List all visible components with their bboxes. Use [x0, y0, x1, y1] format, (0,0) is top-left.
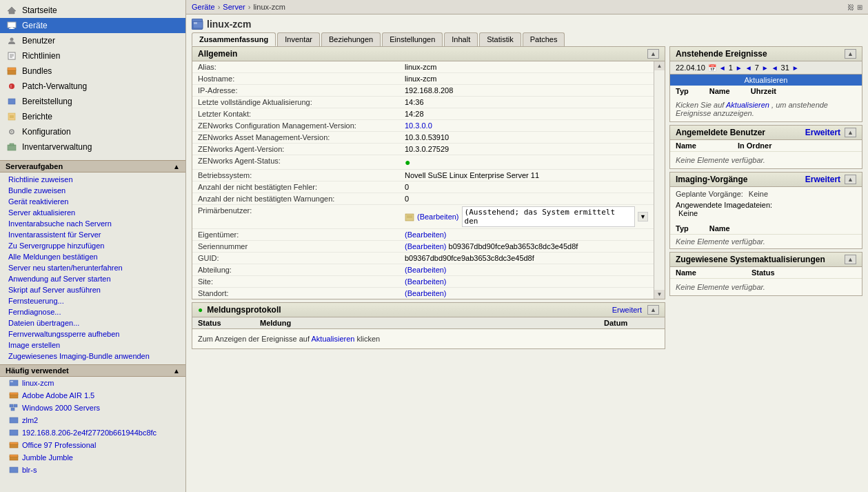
tab-zusammenfassung[interactable]: Zusammenfassung [192, 32, 276, 46]
haeufig-collapse[interactable]: ▲ [173, 367, 180, 375]
value-eigentuemer: (Bearbeiten) [405, 230, 648, 239]
frequently-item-6[interactable]: Jumble Jumble [0, 451, 185, 464]
events-aktualisieren-link[interactable]: Aktualisieren [726, 101, 769, 109]
sidebar-item-bundles[interactable]: Bundles [0, 63, 185, 79]
aktualisieren-button[interactable]: Aktualisieren [670, 75, 862, 86]
scroll-down-btn[interactable]: ▼ [654, 290, 665, 299]
meldungsprotokoll-aktualisieren-link[interactable]: Aktualisieren [312, 335, 355, 343]
sidebar-item-konfiguration[interactable]: Konfiguration [0, 124, 185, 139]
link-ferndiagnose[interactable]: Ferndiagnose... [0, 306, 185, 317]
primaer-scroll[interactable]: ▼ [638, 212, 648, 222]
frequently-item-0[interactable]: linux-zcm [0, 377, 185, 389]
link-inventarabsuche[interactable]: Inventarabsuche nach Servern [0, 218, 185, 229]
link-geraet-reaktivieren[interactable]: Gerät reaktivieren [0, 196, 185, 207]
frequently-label-2: Windows 2000 Servers [22, 404, 100, 412]
breadcrumb-icons: ⛓ ⊞ [847, 3, 862, 11]
events-nav-prev[interactable]: ◄ [745, 64, 752, 72]
imaging-erweitert[interactable]: Erweitert [805, 175, 840, 184]
logged-users-collapse[interactable]: ▲ [845, 128, 856, 137]
link-fernverwaltung-aufheben[interactable]: Fernverwaltungssperre aufheben [0, 328, 185, 340]
haeufig-section[interactable]: Häufig verwendet ▲ [0, 364, 185, 377]
svg-rect-28 [10, 417, 18, 423]
sidebar-item-startseite[interactable]: Startseite [0, 3, 185, 18]
sidebar-item-label: Benutzer [22, 36, 180, 46]
link-anwendung-starten[interactable]: Anwendung auf Server starten [0, 273, 185, 284]
meldungsprotokoll-body-text2: klicken [357, 335, 381, 343]
frequently-item-1[interactable]: Adobe Adobe AIR 1.5 [0, 389, 185, 402]
breadcrumb: Geräte › Server › linux-zcm [192, 3, 285, 11]
allgemein-collapse-btn[interactable]: ▲ [647, 49, 659, 59]
main-content: Geräte › Server › linux-zcm ⛓ ⊞ linux-zc… [186, 0, 868, 492]
frequently-item-2[interactable]: Windows 2000 Servers [0, 402, 185, 414]
link-server-aktualisieren[interactable]: Server aktualisieren [0, 207, 185, 218]
sidebar-item-berichte[interactable]: Berichte [0, 109, 185, 124]
tab-inventar[interactable]: Inventar [277, 32, 320, 46]
value-zcm-version[interactable]: 10.3.0.0 [405, 121, 648, 130]
bundle-icon-6 [8, 453, 19, 462]
link-fernsteuerung[interactable]: Fernsteuerung... [0, 295, 185, 306]
sidebar-item-label: Berichte [22, 112, 180, 121]
standort-bearbeiten[interactable]: (Bearbeiten) [405, 289, 447, 297]
site-bearbeiten[interactable]: (Bearbeiten) [405, 277, 447, 286]
link-server-neustart[interactable]: Server neu starten/herunterfahren [0, 262, 185, 273]
breadcrumb-geraete[interactable]: Geräte [192, 3, 215, 11]
frequently-item-4[interactable]: 192.168.8.206-2e4f27720b661944bc8fc [0, 426, 185, 439]
events-nav-arrow3[interactable]: ► [792, 64, 799, 72]
primaer-extra: (Ausstehend; das System ermittelt den [462, 206, 636, 227]
sidebar-item-inventarverwaltung[interactable]: Inventarverwaltung [0, 139, 185, 155]
link-inventarassistent[interactable]: Inventarassistent für Server [0, 229, 185, 240]
meldungsprotokoll-erweitert[interactable]: Erweitert [612, 306, 642, 314]
events-collapse[interactable]: ▲ [845, 49, 856, 59]
link-bundle-zuweisen[interactable]: Bundle zuweisen [0, 185, 185, 196]
right-panel: Anstehende Ereignisse ▲ 22.04.10 📅 ◄ 1 ►… [669, 46, 862, 486]
system-updates-collapse[interactable]: ▲ [845, 255, 856, 264]
tab-statistik[interactable]: Statistik [479, 32, 521, 46]
events-nav-arrow2[interactable]: ► [762, 64, 769, 72]
serveraufgaben-section[interactable]: Serveraufgaben ▲ [0, 160, 185, 173]
deploy-icon [6, 96, 18, 107]
serial-bearbeiten[interactable]: (Bearbeiten) [405, 242, 447, 250]
value-agent-version: 10.3.0.27529 [405, 145, 648, 153]
sidebar-item-bereitstellung[interactable]: Bereitstellung [0, 94, 185, 109]
primaer-bearbeiten[interactable]: (Bearbeiten) [417, 213, 459, 221]
tab-inhalt[interactable]: Inhalt [444, 32, 478, 46]
events-nav-prev-month[interactable]: ◄ [719, 64, 726, 72]
scroll-up-btn[interactable]: ▲ [654, 61, 665, 70]
breadcrumb-sep-2: › [248, 3, 251, 11]
scroll-track[interactable] [654, 70, 665, 290]
link-alle-meldungen[interactable]: Alle Meldungen bestätigen [0, 251, 185, 262]
link-image-erstellen[interactable]: Image erstellen [0, 340, 185, 351]
logged-users-erweitert[interactable]: Erweitert [805, 128, 840, 137]
svg-rect-36 [194, 22, 197, 24]
col-status: Status [198, 319, 232, 327]
link-imaging-bundle[interactable]: Zugewiesenes Imaging-Bundle anwenden [0, 351, 185, 362]
events-nav-prev2[interactable]: ◄ [771, 64, 778, 72]
meldungsprotokoll-collapse[interactable]: ▲ [647, 305, 659, 315]
meldungsprotokoll-right: Erweitert ▲ [612, 305, 659, 315]
imaging-collapse[interactable]: ▲ [845, 175, 856, 184]
sidebar-item-geraete[interactable]: Geräte [0, 18, 185, 33]
breadcrumb-server[interactable]: Server [223, 3, 245, 11]
tab-beziehungen[interactable]: Beziehungen [321, 32, 381, 46]
eigentuemer-bearbeiten[interactable]: (Bearbeiten) [405, 230, 447, 239]
tab-patches[interactable]: Patches [523, 32, 565, 46]
frequently-item-5[interactable]: Office 97 Professional [0, 439, 185, 451]
imaging-body: Geplante Vorgänge: Keine Angewendete Ima… [670, 187, 862, 220]
svg-rect-34 [10, 467, 18, 473]
sidebar-item-richtlinien[interactable]: Richtlinien [0, 48, 185, 63]
link-skript-ausfuehren[interactable]: Skript auf Server ausführen [0, 284, 185, 295]
tab-einstellungen[interactable]: Einstellungen [382, 32, 443, 46]
link-richtlinie-zuweisen[interactable]: Richtlinie zuweisen [0, 174, 185, 185]
info-row-agent-status: ZENworks Agent-Status: ● [192, 155, 654, 170]
events-nav-arrow[interactable]: ► [736, 64, 743, 72]
value-site: (Bearbeiten) [405, 277, 648, 286]
sidebar-item-benutzer[interactable]: Benutzer [0, 33, 185, 48]
sidebar-item-patch-verwaltung[interactable]: ! Patch-Verwaltung [0, 79, 185, 94]
info-row-agent-version: ZENworks Agent-Version: 10.3.0.27529 [192, 144, 654, 155]
link-servergruppe[interactable]: Zu Servergruppe hinzufügen [0, 240, 185, 251]
frequently-item-7[interactable]: blr-s [0, 464, 185, 476]
serveraufgaben-collapse[interactable]: ▲ [173, 163, 180, 170]
abteilung-bearbeiten[interactable]: (Bearbeiten) [405, 266, 447, 274]
frequently-item-3[interactable]: zlm2 [0, 414, 185, 426]
link-dateien-uebertragen[interactable]: Dateien übertragen... [0, 317, 185, 328]
